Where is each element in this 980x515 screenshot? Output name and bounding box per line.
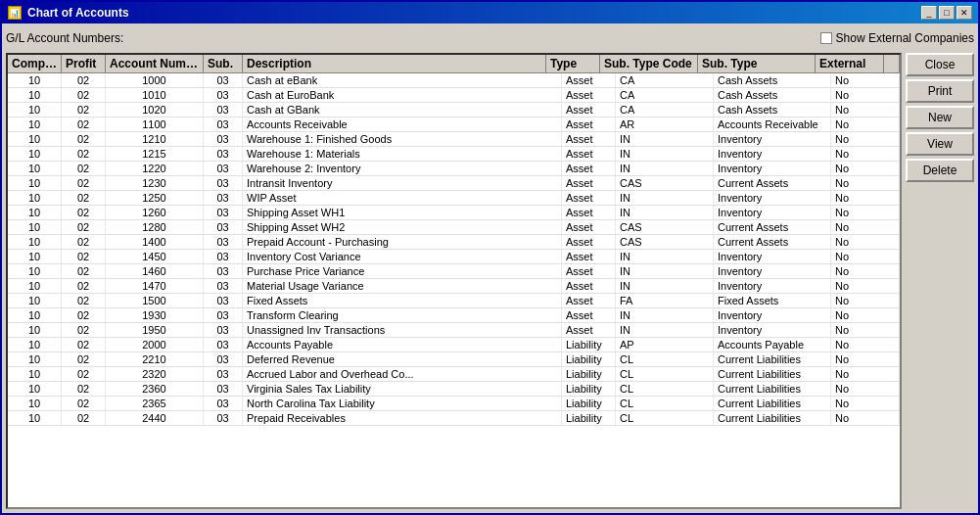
table-cell: 1930 [106,308,204,322]
show-external-checkbox[interactable] [820,32,832,44]
table-cell: IN [616,162,714,175]
new-button[interactable]: New [906,106,974,129]
table-cell: 1020 [106,103,204,117]
table-cell: No [831,103,900,117]
table-row[interactable]: 1002200003Accounts PayableLiabilityAPAcc… [8,338,900,352]
minimize-button[interactable]: _ [921,6,937,20]
table-cell: WIP Asset [243,191,562,205]
table-row[interactable]: 1002195003Unassigned Inv TransactionsAss… [8,323,900,338]
table-cell: 03 [204,147,243,161]
table-cell: Cash at EuroBank [243,88,562,102]
table-cell: Asset [562,117,616,131]
table-row[interactable]: 1002236503North Carolina Tax LiabilityLi… [8,397,900,411]
table-cell: No [831,411,900,425]
table-cell: 02 [62,220,106,234]
col-company: Company [8,55,62,72]
table-cell: 10 [8,206,62,219]
table-row[interactable]: 1002128003Shipping Asset WH2AssetCASCurr… [8,220,900,235]
table-cell: Inventory [714,323,831,337]
col-sub-type: Sub. Type [698,55,816,72]
table-cell: Asset [562,88,616,102]
table-cell: 10 [8,279,62,293]
table-row[interactable]: 1002145003Inventory Cost VarianceAssetIN… [8,250,900,264]
side-buttons: Close Print New View Delete [906,53,974,509]
table-row[interactable]: 1002100003Cash at eBankAssetCACash Asset… [8,73,900,88]
table-cell: No [831,162,900,175]
table-row[interactable]: 1002147003Material Usage VarianceAssetIN… [8,279,900,294]
table-cell: 10 [8,220,62,234]
table-cell: Inventory [714,191,831,205]
table-cell: No [831,264,900,278]
table-cell: Current Assets [714,235,831,249]
table-cell: Prepaid Account - Purchasing [243,235,562,249]
table-row[interactable]: 1002122003Warehouse 2: InventoryAssetINI… [8,162,900,176]
table-cell: 1215 [106,147,204,161]
table-cell: 10 [8,162,62,175]
table-cell: Inventory [714,162,831,175]
table-cell: 02 [62,264,106,278]
table-header: Company Profit Account Number Sub. Descr… [8,55,900,73]
delete-button[interactable]: Delete [906,159,974,182]
table-cell: 02 [62,73,106,87]
table-cell: Asset [562,132,616,146]
table-cell: 03 [204,323,243,337]
table-row[interactable]: 1002101003Cash at EuroBankAssetCACash As… [8,88,900,103]
table-cell: IN [616,191,714,205]
table-cell: Inventory Cost Variance [243,250,562,263]
table-body[interactable]: 1002100003Cash at eBankAssetCACash Asset… [8,73,900,507]
table-row[interactable]: 1002236003Virginia Sales Tax LiabilityLi… [8,382,900,397]
table-cell: 02 [62,103,106,117]
table-cell: 1460 [106,264,204,278]
table-row[interactable]: 1002102003Cash at GBankAssetCACash Asset… [8,103,900,117]
table-cell: Asset [562,323,616,337]
table-cell: 03 [204,397,243,410]
table-cell: 2320 [106,367,204,381]
table-row[interactable]: 1002244003Prepaid ReceivablesLiabilityCL… [8,411,900,426]
window-close-button[interactable]: ✕ [957,6,972,20]
table-cell: Prepaid Receivables [243,411,562,425]
table-row[interactable]: 1002121003Warehouse 1: Finished GoodsAss… [8,132,900,147]
show-external-wrapper: Show External Companies [820,31,974,45]
table-cell: 02 [62,294,106,307]
table-cell: 03 [204,250,243,263]
table-row[interactable]: 1002221003Deferred RevenueLiabilityCLCur… [8,352,900,367]
table-cell: Warehouse 1: Materials [243,147,562,161]
table-row[interactable]: 1002150003Fixed AssetsAssetFAFixed Asset… [8,294,900,308]
view-button[interactable]: View [906,132,974,156]
table-cell: No [831,73,900,87]
table-row[interactable]: 1002123003Intransit InventoryAssetCASCur… [8,176,900,191]
table-cell: 1250 [106,191,204,205]
table-row[interactable]: 1002146003Purchase Price VarianceAssetIN… [8,264,900,279]
table-cell: No [831,250,900,263]
table-row[interactable]: 1002193003Transform ClearingAssetINInven… [8,308,900,323]
print-button[interactable]: Print [906,79,974,103]
table-cell: 02 [62,279,106,293]
table-row[interactable]: 1002110003Accounts ReceivableAssetARAcco… [8,117,900,132]
table-cell: No [831,367,900,381]
table-cell: CL [616,367,714,381]
table-row[interactable]: 1002140003Prepaid Account - PurchasingAs… [8,235,900,250]
table-cell: 2440 [106,411,204,425]
table-cell: No [831,323,900,337]
table-cell: 10 [8,176,62,190]
table-cell: 10 [8,367,62,381]
table-cell: No [831,132,900,146]
table-cell: IN [616,132,714,146]
table-cell: No [831,279,900,293]
table-row[interactable]: 1002232003Accrued Labor and Overhead Co.… [8,367,900,382]
table-cell: 10 [8,338,62,351]
close-button[interactable]: Close [906,53,974,76]
table-row[interactable]: 1002126003Shipping Asset WH1AssetINInven… [8,206,900,220]
table-cell: No [831,235,900,249]
table-cell: 10 [8,103,62,117]
table-cell: Unassigned Inv Transactions [243,323,562,337]
gl-account-label: G/L Account Numbers: [6,31,123,45]
maximize-button[interactable]: □ [939,6,955,20]
table-cell: 03 [204,411,243,425]
table-row[interactable]: 1002121503Warehouse 1: MaterialsAssetINI… [8,147,900,162]
table-cell: Asset [562,176,616,190]
table-row[interactable]: 1002125003WIP AssetAssetINInventoryNo [8,191,900,206]
table-cell: 03 [204,117,243,131]
table-cell: IN [616,279,714,293]
table-cell: Purchase Price Variance [243,264,562,278]
